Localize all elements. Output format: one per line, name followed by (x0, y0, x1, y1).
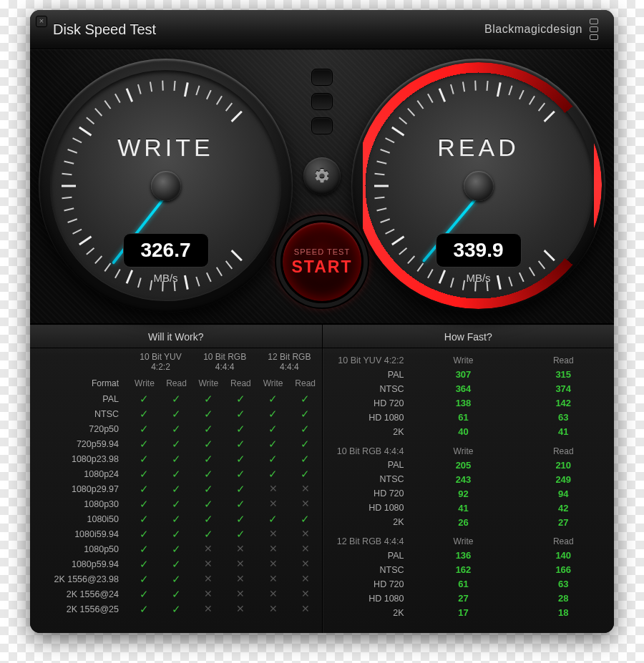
window-title: Disk Speed Test (53, 21, 156, 38)
write-value: 326.7 (123, 233, 209, 267)
hf-row: HD 720138142 (323, 396, 615, 411)
hf-row: 2K1718 (323, 606, 615, 620)
gauge-area: WRITE 326.7 MB/s READ 339.9 MB/s (30, 49, 614, 325)
check-icon: ✓ (172, 468, 181, 480)
wiw-row: NTSC✓✓✓✓✓✓ (30, 406, 322, 421)
hf-group-header: 10 Bit RGB 4:4:4WriteRead (323, 439, 615, 458)
wiw-sub-r0: Read (160, 375, 192, 391)
hf-write-val: 243 (414, 472, 513, 486)
cross-icon: ✕ (236, 603, 245, 614)
check-icon: ✓ (172, 438, 181, 450)
check-icon: ✓ (172, 498, 181, 510)
cross-icon: ✕ (204, 573, 213, 584)
check-icon: ✓ (140, 603, 149, 615)
format-label: 1080p59.94 (30, 556, 129, 571)
cross-icon: ✕ (269, 573, 278, 584)
check-icon: ✓ (172, 453, 181, 465)
check-icon: ✓ (204, 468, 213, 480)
how-fast-panel: How Fast? 10 Bit YUV 4:2:2WriteReadPAL30… (322, 325, 615, 633)
hf-write-val: 205 (414, 458, 513, 472)
wiw-group-2: 12 Bit RGB 4:4:4 (257, 348, 321, 375)
write-readout: 326.7 MB/s (123, 233, 209, 284)
check-icon: ✓ (204, 483, 213, 495)
format-label: HD 1080 (323, 501, 414, 515)
read-readout: 339.9 MB/s (436, 233, 522, 284)
hf-row: PAL307315 (323, 368, 615, 382)
check-icon: ✓ (140, 438, 149, 450)
hf-row: PAL205210 (323, 458, 615, 472)
cross-icon: ✕ (269, 543, 278, 554)
hf-row: HD 10806163 (323, 411, 615, 425)
wiw-row: PAL✓✓✓✓✓✓ (30, 391, 322, 406)
check-icon: ✓ (268, 453, 278, 465)
check-icon: ✓ (172, 513, 181, 525)
cross-icon: ✕ (301, 558, 310, 569)
check-icon: ✓ (301, 423, 310, 435)
hf-sub-read: Read (513, 529, 615, 549)
hf-write-val: 26 (414, 515, 513, 529)
cross-icon: ✕ (269, 558, 278, 569)
write-gauge: WRITE 326.7 MB/s (39, 59, 293, 313)
format-label: 1080p24 (30, 466, 129, 481)
hf-sub-write: Write (414, 529, 513, 549)
title-bar: Disk Speed Test Blackmagicdesign (30, 10, 614, 49)
settings-button[interactable] (303, 157, 341, 195)
wiw-sub-r2: Read (289, 375, 322, 391)
check-icon: ✓ (236, 423, 245, 435)
format-label: PAL (323, 458, 414, 472)
check-icon: ✓ (236, 393, 245, 405)
check-icon: ✓ (268, 468, 278, 480)
check-icon: ✓ (140, 498, 149, 510)
wiw-row: 720p59.94✓✓✓✓✓✓ (30, 436, 322, 451)
hf-row: HD 10804142 (323, 501, 615, 515)
wiw-format-header: Format (30, 375, 129, 391)
cross-icon: ✕ (236, 558, 245, 569)
cross-icon: ✕ (301, 603, 310, 614)
close-button[interactable]: × (36, 16, 47, 27)
wiw-row: 1080p50✓✓✕✕✕✕ (30, 541, 322, 556)
read-hub (464, 171, 494, 201)
format-label: 2K (323, 515, 414, 529)
hf-row: NTSC364374 (323, 382, 615, 396)
format-label: 2K 1556@23.98 (30, 571, 129, 586)
wiw-row: 720p50✓✓✓✓✓✓ (30, 421, 322, 436)
check-icon: ✓ (268, 408, 278, 420)
format-label: NTSC (323, 382, 414, 396)
wiw-group-1: 10 Bit RGB 4:4:4 (192, 348, 257, 375)
hf-sub-read: Read (513, 348, 615, 368)
cross-icon: ✕ (301, 573, 310, 584)
cross-icon: ✕ (301, 528, 310, 539)
check-icon: ✓ (140, 588, 149, 600)
format-label: PAL (323, 368, 414, 382)
format-label: 2K (323, 606, 414, 620)
wiw-row: 1080p59.94✓✓✕✕✕✕ (30, 556, 322, 571)
format-label: 720p50 (30, 421, 129, 436)
format-label: PAL (30, 391, 129, 406)
wiw-sub-w1: Write (192, 375, 225, 391)
format-label: 2K 1556@24 (30, 586, 129, 601)
format-label: 1080p30 (30, 496, 129, 511)
check-icon: ✓ (301, 393, 310, 405)
read-unit: MB/s (436, 272, 522, 284)
format-label: HD 720 (323, 396, 414, 411)
hf-read-val: 140 (513, 549, 615, 563)
hf-write-val: 307 (414, 368, 513, 382)
how-fast-title: How Fast? (323, 325, 615, 348)
hf-read-val: 42 (513, 501, 615, 515)
hf-write-val: 61 (414, 577, 513, 591)
wiw-sub-r1: Read (225, 375, 258, 391)
hf-read-val: 315 (513, 368, 615, 382)
how-fast-table: 10 Bit YUV 4:2:2WriteReadPAL307315NTSC36… (323, 348, 615, 620)
cross-icon: ✕ (301, 483, 310, 494)
stress-indicator-3 (311, 117, 333, 134)
check-icon: ✓ (172, 423, 181, 435)
check-icon: ✓ (204, 453, 213, 465)
check-icon: ✓ (236, 408, 245, 420)
check-icon: ✓ (140, 423, 149, 435)
hf-row: HD 7209294 (323, 486, 615, 501)
cross-icon: ✕ (269, 588, 278, 599)
format-label: HD 1080 (323, 591, 414, 606)
wiw-row: 1080p29.97✓✓✓✓✕✕ (30, 481, 322, 496)
format-label: 1080p50 (30, 541, 129, 556)
start-button[interactable]: SPEED TEST START (280, 220, 364, 303)
